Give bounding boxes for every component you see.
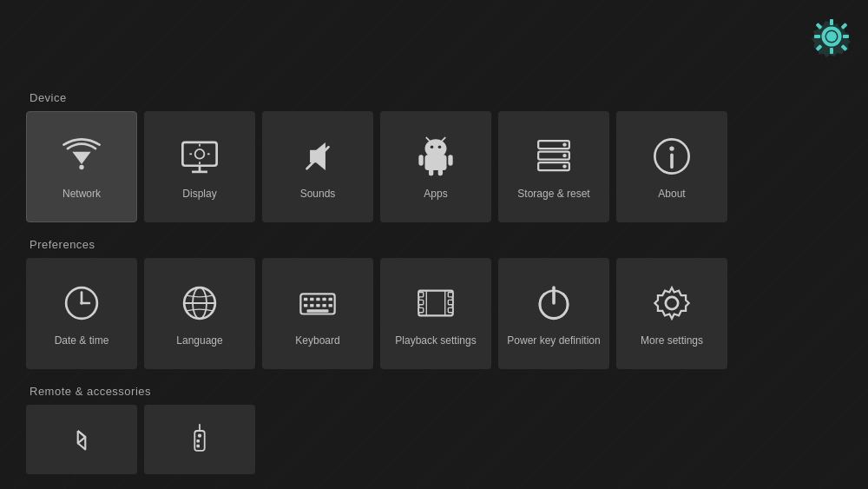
svg-rect-5: [830, 48, 833, 54]
tile-power-key-label: Power key definition: [507, 334, 600, 348]
svg-rect-66: [448, 301, 452, 305]
tile-language[interactable]: Language: [144, 258, 255, 369]
svg-rect-29: [418, 155, 423, 166]
globe-icon: [175, 279, 224, 327]
tile-more-settings-label: More settings: [641, 334, 703, 348]
svg-point-72: [666, 297, 678, 309]
svg-rect-31: [429, 169, 433, 175]
clock-icon: [57, 279, 106, 327]
svg-rect-54: [329, 298, 332, 301]
device-section: Device Network: [26, 91, 842, 222]
svg-point-38: [562, 165, 566, 169]
svg-rect-50: [304, 298, 307, 301]
tile-about-label: About: [658, 188, 685, 202]
android-icon: [411, 132, 460, 181]
svg-point-40: [669, 147, 674, 151]
svg-point-25: [431, 146, 434, 149]
remote-label: Remote & accessories: [26, 385, 842, 398]
svg-marker-12: [72, 152, 90, 164]
svg-rect-53: [322, 298, 326, 301]
tile-playback-settings-label: Playback settings: [395, 334, 476, 348]
svg-point-13: [79, 165, 83, 169]
tile-storage-reset[interactable]: Storage & reset: [498, 111, 609, 222]
tile-keyboard-label: Keyboard: [295, 334, 339, 348]
svg-rect-55: [304, 304, 307, 307]
storage-icon: [529, 132, 578, 181]
svg-rect-67: [448, 308, 452, 313]
svg-rect-63: [418, 301, 423, 305]
preferences-grid: Date & time Language: [26, 258, 842, 369]
svg-rect-77: [196, 445, 200, 448]
svg-point-17: [195, 149, 205, 159]
remote-section: Remote & accessories: [26, 385, 842, 474]
svg-rect-58: [322, 304, 326, 307]
tile-storage-reset-label: Storage & reset: [517, 188, 589, 202]
power-icon: [529, 279, 578, 327]
tile-bluetooth[interactable]: [26, 405, 137, 474]
tile-network-label: Network: [62, 188, 101, 202]
tile-more-settings[interactable]: More settings: [616, 258, 727, 369]
mute-icon: [293, 132, 342, 181]
gear-icon: [648, 279, 696, 327]
svg-rect-62: [418, 293, 423, 297]
tile-about[interactable]: About: [616, 111, 727, 222]
tile-sounds-label: Sounds: [300, 188, 336, 202]
svg-line-28: [442, 138, 445, 142]
tile-display[interactable]: Display: [144, 111, 255, 222]
settings-gear-icon[interactable]: [811, 16, 852, 57]
wifi-icon: [57, 132, 106, 181]
svg-point-75: [198, 434, 201, 438]
tile-power-key[interactable]: Power key definition: [498, 258, 609, 369]
display-icon: [175, 132, 224, 181]
bluetooth-icon: [57, 415, 106, 464]
preferences-label: Preferences: [26, 238, 842, 251]
device-label: Device: [26, 91, 842, 104]
svg-point-1: [826, 31, 837, 42]
tile-remote[interactable]: [144, 405, 255, 474]
svg-point-36: [562, 143, 566, 147]
remote-grid: [26, 405, 842, 474]
svg-point-37: [562, 154, 566, 157]
svg-rect-64: [418, 308, 423, 313]
svg-rect-4: [830, 19, 833, 25]
remote-icon: [175, 415, 224, 464]
tile-keyboard[interactable]: Keyboard: [262, 258, 373, 369]
tile-apps-label: Apps: [424, 188, 447, 202]
film-icon: [411, 279, 460, 327]
svg-point-26: [438, 146, 442, 149]
tile-language-label: Language: [176, 334, 222, 348]
svg-rect-24: [425, 155, 447, 170]
svg-rect-59: [329, 304, 332, 307]
svg-rect-56: [310, 304, 313, 307]
tile-date-time-label: Date & time: [55, 334, 109, 348]
svg-rect-30: [448, 155, 452, 166]
svg-point-45: [80, 301, 83, 305]
preferences-section: Preferences Date & time: [26, 238, 842, 369]
svg-rect-65: [448, 293, 452, 297]
svg-rect-52: [316, 298, 319, 301]
svg-rect-7: [843, 35, 849, 38]
tile-date-time[interactable]: Date & time: [26, 258, 137, 369]
svg-rect-57: [316, 304, 319, 307]
svg-rect-32: [438, 169, 443, 175]
info-icon: [648, 132, 696, 181]
svg-rect-51: [310, 298, 313, 301]
svg-line-27: [426, 138, 430, 142]
tile-network[interactable]: Network: [26, 111, 137, 222]
svg-rect-76: [196, 439, 200, 443]
svg-rect-60: [307, 309, 329, 313]
tile-apps[interactable]: Apps: [380, 111, 491, 222]
tile-playback-settings[interactable]: Playback settings: [380, 258, 491, 369]
tile-sounds[interactable]: Sounds: [262, 111, 373, 222]
device-grid: Network Displ: [26, 111, 842, 222]
keyboard-icon: [293, 279, 342, 327]
svg-rect-6: [814, 35, 820, 38]
tile-display-label: Display: [182, 188, 216, 202]
